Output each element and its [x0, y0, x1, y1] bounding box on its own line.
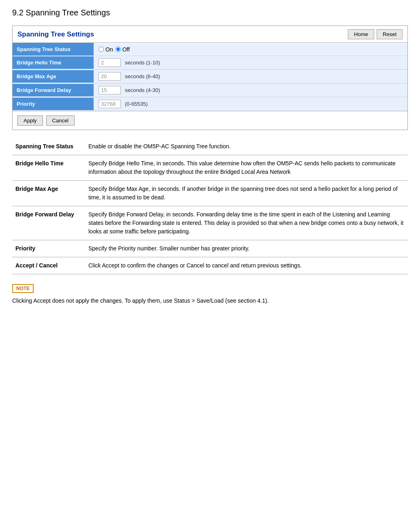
action-row: Apply Cancel [13, 111, 407, 130]
radio-off-label[interactable]: Off [116, 46, 130, 53]
hint-bridge-max-age: seconds (6-40) [125, 73, 160, 79]
panel-button-group: Home Reset [348, 29, 403, 39]
desc-term-priority: Priority [12, 240, 85, 257]
reset-button[interactable]: Reset [377, 29, 403, 39]
input-bridge-forward-delay[interactable] [99, 86, 121, 94]
label-bridge-max-age: Bridge Max Age [13, 70, 94, 83]
control-spanning-tree-status: On Off [94, 44, 407, 55]
control-bridge-hello-time: seconds (1-10) [94, 56, 407, 69]
row-bridge-forward-delay: Bridge Forward Delay seconds (4-30) [13, 83, 407, 97]
input-priority[interactable] [99, 100, 121, 108]
note-badge: NOTE [12, 284, 34, 293]
hint-priority: (0-65535) [125, 101, 148, 107]
radio-on-label[interactable]: On [99, 46, 113, 53]
desc-text-accept-cancel: Click Accept to confirm the changes or C… [85, 257, 408, 274]
radio-on[interactable] [99, 47, 104, 52]
note-section: NOTE Clicking Accept does not apply the … [12, 284, 408, 305]
desc-term-bridge-hello-time: Bridge Hello Time [12, 155, 85, 181]
row-bridge-max-age: Bridge Max Age seconds (6-40) [13, 70, 407, 83]
desc-row-spanning-tree-status: Spanning Tree Status Enable or disable t… [12, 138, 408, 155]
desc-row-accept-cancel: Accept / Cancel Click Accept to confirm … [12, 257, 408, 274]
row-bridge-hello-time: Bridge Hello Time seconds (1-10) [13, 56, 407, 70]
panel-header: Spanning Tree Settings Home Reset [13, 26, 407, 43]
label-bridge-forward-delay: Bridge Forward Delay [13, 84, 94, 96]
desc-row-bridge-hello-time: Bridge Hello Time Specify Bridge Hello T… [12, 155, 408, 181]
radio-group-status: On Off [99, 46, 130, 53]
desc-term-accept-cancel: Accept / Cancel [12, 257, 85, 274]
label-bridge-hello-time: Bridge Hello Time [13, 56, 94, 69]
radio-off[interactable] [116, 47, 121, 52]
desc-term-bridge-forward-delay: Bridge Forward Delay [12, 206, 85, 240]
settings-panel: Spanning Tree Settings Home Reset Spanni… [12, 26, 408, 130]
radio-off-text: Off [122, 46, 130, 53]
input-bridge-max-age[interactable] [99, 72, 121, 81]
desc-row-bridge-max-age: Bridge Max Age Specify Bridge Max Age, i… [12, 181, 408, 206]
control-bridge-forward-delay: seconds (4-30) [94, 83, 407, 97]
radio-on-text: On [105, 46, 113, 53]
desc-text-priority: Specify the Priority number. Smaller num… [85, 240, 408, 257]
label-spanning-tree-status: Spanning Tree Status [13, 43, 94, 56]
home-button[interactable]: Home [348, 29, 374, 39]
control-priority: (0-65535) [94, 97, 407, 111]
desc-row-bridge-forward-delay: Bridge Forward Delay Specify Bridge Forw… [12, 206, 408, 240]
desc-term-bridge-max-age: Bridge Max Age [12, 181, 85, 206]
control-bridge-max-age: seconds (6-40) [94, 70, 407, 83]
desc-term-spanning-tree-status: Spanning Tree Status [12, 138, 85, 155]
cancel-button[interactable]: Cancel [46, 115, 75, 126]
label-priority: Priority [13, 98, 94, 110]
apply-button[interactable]: Apply [17, 115, 43, 126]
description-table: Spanning Tree Status Enable or disable t… [12, 138, 408, 274]
desc-text-bridge-hello-time: Specify Bridge Hello Time, in seconds. T… [85, 155, 408, 181]
hint-bridge-hello-time: seconds (1-10) [125, 60, 160, 66]
row-spanning-tree-status: Spanning Tree Status On Off [13, 43, 407, 56]
note-text: Clicking Accept does not apply the chang… [12, 296, 408, 305]
row-priority: Priority (0-65535) [13, 97, 407, 111]
page-title: 9.2 Spanning Tree Settings [12, 8, 408, 17]
desc-text-bridge-forward-delay: Specify Bridge Forward Delay, in seconds… [85, 206, 408, 240]
desc-row-priority: Priority Specify the Priority number. Sm… [12, 240, 408, 257]
hint-bridge-forward-delay: seconds (4-30) [125, 87, 160, 93]
input-bridge-hello-time[interactable] [99, 58, 121, 67]
panel-title: Spanning Tree Settings [17, 30, 94, 38]
desc-text-bridge-max-age: Specify Bridge Max Age, in seconds. If a… [85, 181, 408, 206]
desc-text-spanning-tree-status: Enable or disable the OM5P-AC Spanning T… [85, 138, 408, 155]
